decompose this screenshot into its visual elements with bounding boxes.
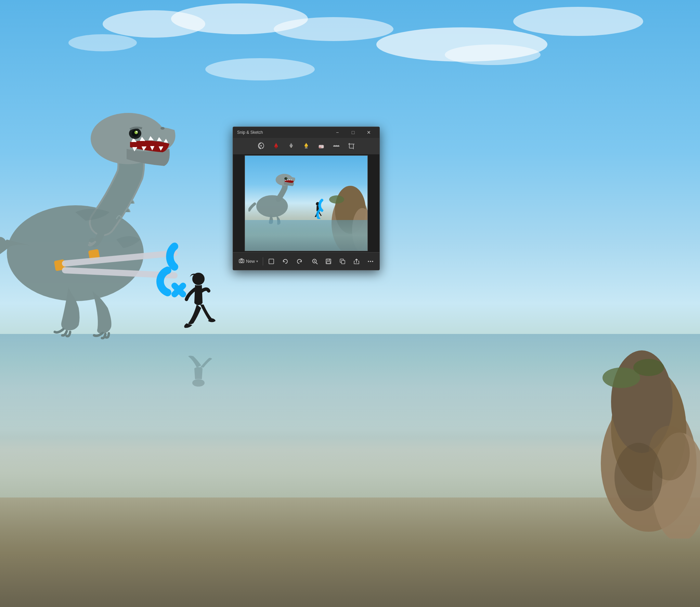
- more-options-button[interactable]: [364, 255, 377, 268]
- undo-icon: [282, 258, 289, 265]
- save-button[interactable]: [322, 255, 335, 268]
- pencil-icon: [287, 142, 295, 150]
- beach-ground: [0, 498, 700, 607]
- svg-point-55: [241, 260, 243, 262]
- dropdown-arrow-icon: ▾: [256, 259, 258, 263]
- action-bar: New ▾: [233, 252, 379, 270]
- ballpoint-pen-icon: [272, 142, 280, 150]
- svg-rect-24: [275, 146, 277, 147]
- pencil-button[interactable]: [285, 140, 298, 153]
- svg-point-49: [256, 195, 288, 217]
- highlighter-icon: [302, 142, 310, 150]
- copy-button[interactable]: [336, 255, 349, 268]
- svg-rect-65: [341, 260, 345, 264]
- drawing-toolbar: [233, 138, 379, 154]
- svg-point-68: [372, 261, 373, 262]
- ruler-icon: [333, 142, 340, 150]
- title-bar: Snip & Sketch − □ ✕: [233, 127, 379, 138]
- svg-point-21: [260, 145, 262, 146]
- share-button[interactable]: [350, 255, 363, 268]
- undo-button[interactable]: [279, 255, 292, 268]
- svg-line-58: [316, 262, 317, 264]
- zoom-button[interactable]: [308, 255, 321, 268]
- crop-button[interactable]: [345, 140, 358, 153]
- canvas-area: [233, 154, 379, 252]
- more-options-icon: [367, 258, 374, 265]
- touch-write-icon: [257, 142, 265, 150]
- save-icon: [325, 258, 332, 265]
- snip-shape-icon: [268, 258, 275, 265]
- camera-icon: [238, 258, 245, 264]
- share-icon: [353, 258, 360, 265]
- new-button[interactable]: New ▾: [236, 256, 261, 267]
- redo-button[interactable]: [293, 255, 306, 268]
- close-button[interactable]: ✕: [361, 127, 377, 138]
- maximize-button[interactable]: □: [345, 127, 361, 138]
- eraser-icon: [317, 142, 325, 150]
- snip-sketch-window: Snip & Sketch − □ ✕: [233, 127, 380, 270]
- ruler-button[interactable]: [330, 140, 343, 153]
- svg-rect-56: [269, 259, 274, 264]
- svg-point-48: [329, 195, 344, 204]
- svg-rect-63: [327, 261, 330, 263]
- ballpoint-pen-button[interactable]: [270, 140, 283, 153]
- eraser-button[interactable]: [315, 140, 328, 153]
- svg-rect-32: [319, 147, 321, 148]
- crop-icon: [348, 142, 355, 150]
- separator-1: [263, 257, 263, 266]
- svg-rect-40: [349, 144, 353, 148]
- mini-water: [245, 220, 367, 251]
- copy-icon: [339, 258, 346, 265]
- window-title: Snip & Sketch: [237, 130, 263, 135]
- highlighter-button[interactable]: [300, 140, 313, 153]
- zoom-icon: [311, 258, 318, 265]
- redo-icon: [296, 258, 303, 265]
- snip-image: [245, 155, 368, 251]
- svg-rect-30: [305, 147, 308, 148]
- touch-write-button[interactable]: [255, 140, 268, 153]
- new-label: New: [246, 259, 255, 264]
- svg-point-67: [370, 261, 371, 262]
- snip-shape-button[interactable]: [265, 255, 278, 268]
- window-controls: − □ ✕: [329, 127, 377, 138]
- new-icon: [238, 258, 245, 265]
- minimize-button[interactable]: −: [329, 127, 345, 138]
- mini-c-shapes: [308, 198, 325, 219]
- svg-point-52: [286, 178, 286, 179]
- svg-point-66: [368, 261, 369, 262]
